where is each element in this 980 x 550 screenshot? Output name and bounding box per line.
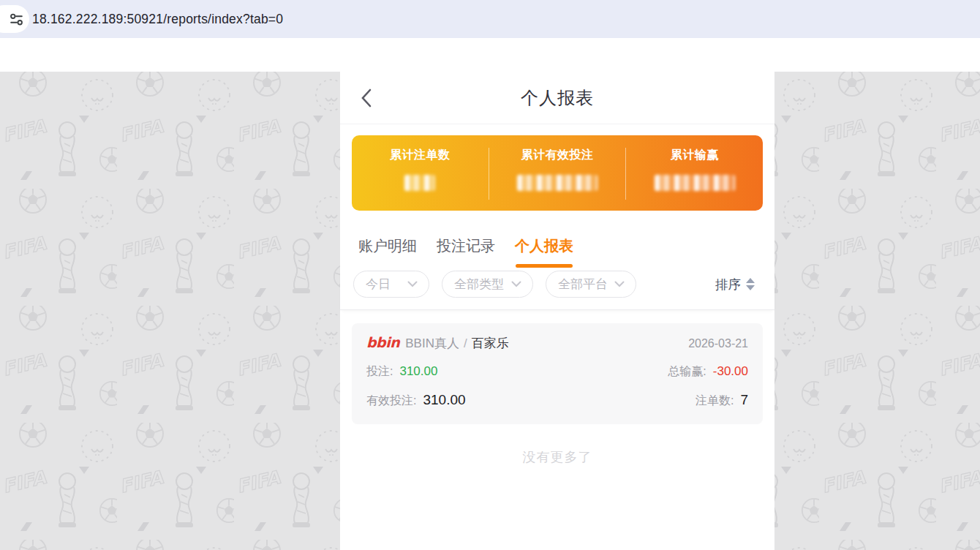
sort-down-triangle: [746, 285, 755, 290]
filter-label: 今日: [366, 276, 391, 293]
game-name: 百家乐: [472, 335, 509, 352]
browser-content-gap: [0, 38, 980, 72]
chevron-down-icon: [511, 281, 521, 287]
record-row-1: 投注: 310.00 总输赢: -30.00: [366, 364, 748, 380]
bet-label: 投注:: [366, 364, 393, 380]
no-more-text: 没有更多了: [352, 448, 763, 466]
chevron-down-icon: [614, 281, 625, 287]
filter-label: 全部类型: [454, 276, 504, 293]
stat-label: 累计有效投注: [521, 148, 594, 163]
tab-label: 账户明细: [358, 236, 417, 256]
winloss-label: 总输赢:: [668, 364, 706, 380]
filter-type-dropdown[interactable]: 全部类型: [442, 271, 533, 298]
sort-arrows-icon: [746, 278, 755, 290]
tab-label: 个人报表: [515, 236, 573, 256]
stat-label: 累计注单数: [390, 148, 451, 163]
valid-bet-pair: 有效投注: 310.00: [366, 392, 466, 409]
filter-bar: 今日 全部类型 全部平台: [340, 268, 774, 310]
page-background: FIFA 个人报表: [0, 72, 980, 550]
record-date: 2026-03-21: [688, 337, 748, 350]
stat-total-bets: 累计注单数: [352, 148, 489, 200]
sort-up-triangle: [746, 278, 755, 283]
winloss-value: -30.00: [713, 364, 748, 379]
valid-bet-value: 310.00: [423, 392, 465, 408]
bet-count-label: 注单数:: [696, 393, 734, 409]
tab-personal-report[interactable]: 个人报表: [515, 236, 573, 268]
winloss-pair: 总输赢: -30.00: [668, 364, 748, 380]
back-chevron-icon: [361, 88, 372, 108]
stat-total-winloss: 累计输赢: [625, 148, 763, 200]
bet-count-pair: 注单数: 7: [696, 392, 748, 409]
bet-value: 310.00: [399, 364, 437, 379]
stat-value-masked: [517, 175, 598, 191]
page-header: 个人报表: [340, 72, 774, 124]
report-record-card[interactable]: bbin BBIN真人 / 百家乐 2026-03-21 投注: 310.00 …: [352, 323, 763, 424]
stat-value-masked: [404, 175, 435, 191]
browser-address-bar[interactable]: 18.162.222.189:50921/reports/index?tab=0: [0, 0, 980, 38]
summary-section: 累计注单数 累计有效投注 累计输赢: [340, 124, 774, 227]
screen: 18.162.222.189:50921/reports/index?tab=0: [0, 0, 980, 550]
report-list: bbin BBIN真人 / 百家乐 2026-03-21 投注: 310.00 …: [340, 310, 774, 550]
sort-label: 排序: [715, 276, 741, 293]
bet-count-value: 7: [740, 392, 748, 408]
stat-value-masked: [655, 175, 735, 191]
provider-name: BBIN真人: [405, 335, 459, 352]
bbin-logo: bbin: [366, 334, 399, 350]
separator: /: [464, 336, 467, 351]
filter-date-dropdown[interactable]: 今日: [353, 271, 429, 298]
url-text[interactable]: 18.162.222.189:50921/reports/index?tab=0: [32, 0, 283, 38]
filter-label: 全部平台: [558, 276, 608, 293]
site-settings-pill[interactable]: [0, 5, 29, 33]
tab-label: 投注记录: [437, 236, 495, 256]
valid-bet-label: 有效投注:: [366, 393, 416, 409]
sort-control[interactable]: 排序: [715, 276, 755, 293]
stat-total-valid-bets: 累计有效投注: [489, 148, 626, 200]
tab-bet-records[interactable]: 投注记录: [437, 236, 495, 268]
app-column: 个人报表 累计注单数 累计有效投注 累计输赢: [340, 72, 774, 550]
bet-pair: 投注: 310.00: [366, 364, 437, 380]
filter-platform-dropdown[interactable]: 全部平台: [546, 271, 636, 298]
record-row-2: 有效投注: 310.00 注单数: 7: [366, 392, 748, 409]
summary-gradient-card: 累计注单数 累计有效投注 累计输赢: [352, 135, 763, 211]
stat-label: 累计输赢: [671, 148, 719, 163]
page-title: 个人报表: [521, 86, 594, 110]
back-button[interactable]: [361, 88, 375, 108]
tune-icon: [9, 12, 24, 27]
chevron-down-icon: [407, 281, 418, 287]
record-header: bbin BBIN真人 / 百家乐 2026-03-21: [366, 334, 748, 352]
tab-bar: 账户明细 投注记录 个人报表: [340, 227, 774, 268]
tab-account-details[interactable]: 账户明细: [358, 236, 417, 268]
